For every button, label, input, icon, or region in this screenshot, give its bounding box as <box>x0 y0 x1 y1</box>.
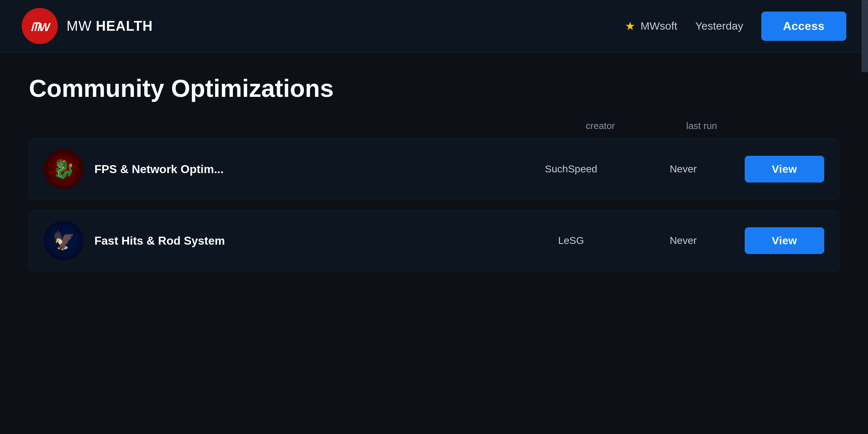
view-button-fps[interactable]: View <box>745 156 824 182</box>
app-header: ᗰW MW HEALTH ★ MWsoft Yesterday Access <box>0 0 868 52</box>
th-last-run: last run <box>651 120 752 132</box>
th-creator: creator <box>550 120 651 132</box>
scrollbar-thumb[interactable] <box>861 0 868 72</box>
list-item: Fast Hits & Rod System LeSG Never View <box>29 210 839 271</box>
item-creator-fps: SuchSpeed <box>520 163 622 175</box>
view-button-fast[interactable]: View <box>745 227 824 254</box>
header-date: Yesterday <box>695 20 743 32</box>
list-item: FPS & Network Optim... SuchSpeed Never V… <box>29 139 839 199</box>
item-last-run-fps: Never <box>633 163 734 175</box>
avatar-fast <box>44 221 84 261</box>
creator-name: MWsoft <box>641 20 677 32</box>
star-icon: ★ <box>625 19 635 33</box>
logo-circle: ᗰW <box>22 8 58 44</box>
app-title: MW HEALTH <box>67 18 153 34</box>
table-headers: creator last run <box>29 120 839 132</box>
scrollbar-track[interactable] <box>861 0 868 434</box>
main-content: Community Optimizations creator last run… <box>0 52 868 304</box>
item-creator-fast: LeSG <box>520 235 622 246</box>
header-creator: ★ MWsoft <box>625 19 677 33</box>
avatar-fps <box>44 149 84 189</box>
logo-container: ᗰW MW HEALTH <box>22 8 153 44</box>
item-name-fps: FPS & Network Optim... <box>94 163 510 176</box>
svg-text:ᗰW: ᗰW <box>31 21 51 34</box>
item-name-fast: Fast Hits & Rod System <box>94 234 510 248</box>
header-meta: ★ MWsoft Yesterday Access <box>625 12 846 41</box>
access-button[interactable]: Access <box>761 12 846 41</box>
page-title: Community Optimizations <box>29 74 839 102</box>
item-last-run-fast: Never <box>633 235 734 246</box>
logo-svg: ᗰW <box>29 15 51 37</box>
